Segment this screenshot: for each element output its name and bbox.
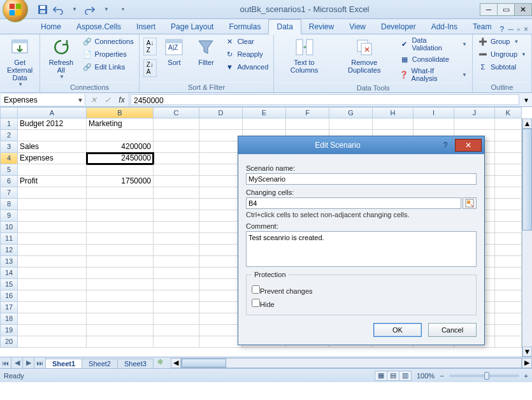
zoom-knob[interactable] (484, 372, 489, 380)
scroll-down-icon[interactable]: ▼ (522, 346, 532, 357)
cell[interactable] (154, 256, 199, 268)
group-button[interactable]: ➕Group▼ (477, 36, 528, 47)
qat-customize[interactable]: ▾ (117, 4, 129, 15)
undo-icon[interactable] (52, 4, 64, 15)
cell[interactable] (495, 302, 522, 313)
zoom-slider[interactable] (449, 375, 519, 377)
cell[interactable] (199, 176, 243, 187)
zoom-out-button[interactable]: − (440, 372, 443, 380)
cell[interactable] (286, 118, 329, 130)
advanced-button[interactable]: ▼Advanced (223, 61, 270, 73)
normal-view-button[interactable]: ▦ (375, 371, 387, 381)
cell[interactable] (87, 222, 154, 233)
col-header-B[interactable]: B (87, 107, 154, 118)
row-header-19[interactable]: 19 (0, 325, 18, 336)
cell[interactable] (154, 130, 199, 141)
cell[interactable] (154, 279, 199, 290)
cell[interactable] (199, 245, 243, 256)
col-header-C[interactable]: C (154, 107, 199, 118)
enter-formula-icon[interactable]: ✓ (101, 96, 115, 104)
undo-dropdown[interactable]: ▼ (69, 4, 80, 15)
cell[interactable] (154, 118, 199, 130)
cell[interactable] (154, 336, 199, 348)
comment-input[interactable] (246, 231, 477, 267)
fx-icon[interactable]: fx (115, 96, 129, 104)
cell[interactable] (154, 313, 199, 325)
cell[interactable] (154, 233, 199, 245)
ungroup-button[interactable]: ➖Ungroup▼ (477, 48, 528, 60)
cell[interactable] (18, 164, 87, 176)
cell[interactable] (199, 141, 243, 153)
row-header-18[interactable]: 18 (0, 313, 18, 325)
cell[interactable] (454, 118, 495, 130)
row-header-15[interactable]: 15 (0, 279, 18, 290)
scenario-name-input[interactable] (246, 173, 477, 185)
minimize-button[interactable]: ─ (480, 3, 498, 16)
next-sheet-button[interactable]: ▶ (23, 357, 34, 368)
cell[interactable] (18, 313, 87, 325)
cell[interactable]: 2450000 (87, 153, 154, 164)
cell[interactable] (495, 256, 522, 268)
save-icon[interactable] (37, 4, 48, 15)
changing-cells-input[interactable] (246, 197, 461, 209)
tab-pagelayout[interactable]: Page Layout (163, 20, 221, 34)
cell[interactable] (495, 176, 522, 187)
sort-asc-button[interactable]: A↓Z (143, 38, 157, 55)
cell[interactable] (199, 279, 243, 290)
cell[interactable] (18, 290, 87, 302)
help-icon[interactable]: ? (500, 25, 505, 34)
cell[interactable] (495, 279, 522, 290)
connections-button[interactable]: 🔗Connections (81, 36, 135, 47)
row-header-9[interactable]: 9 (0, 210, 18, 222)
tab-formulas[interactable]: Formulas (221, 20, 268, 34)
cell[interactable]: Marketing (87, 118, 154, 130)
col-header-I[interactable]: I (413, 107, 454, 118)
chevron-down-icon[interactable]: ▾ (78, 96, 82, 104)
cell[interactable] (199, 210, 243, 222)
cell[interactable] (495, 313, 522, 325)
cell[interactable] (87, 313, 154, 325)
dialog-close-button[interactable]: ✕ (455, 139, 482, 152)
expand-formula-bar[interactable]: ▾ (521, 93, 532, 106)
cell[interactable] (199, 302, 243, 313)
sort-desc-button[interactable]: Z↓A (143, 59, 157, 77)
cell[interactable] (199, 153, 243, 164)
row-header-7[interactable]: 7 (0, 187, 18, 199)
cell[interactable] (87, 279, 154, 290)
cell[interactable] (154, 222, 199, 233)
cell[interactable] (495, 164, 522, 176)
cell[interactable] (87, 268, 154, 279)
cell[interactable]: 1750000 (87, 176, 154, 187)
cell[interactable] (199, 268, 243, 279)
row-header-5[interactable]: 5 (0, 164, 18, 176)
subtotal-button[interactable]: ΣSubtotal (477, 61, 528, 73)
consolidate-button[interactable]: ▦Consolidate (398, 54, 468, 65)
cell[interactable] (18, 325, 87, 336)
cell[interactable] (199, 187, 243, 199)
close-workbook-icon[interactable]: × (524, 25, 528, 34)
scroll-right-icon[interactable]: ▶ (522, 358, 532, 368)
cell[interactable] (18, 279, 87, 290)
cell[interactable] (154, 302, 199, 313)
cell[interactable] (413, 118, 454, 130)
filter-button[interactable]: Filter (191, 36, 220, 68)
tab-developer[interactable]: Developer (373, 20, 424, 34)
zoom-level[interactable]: 100% (417, 372, 435, 380)
cell[interactable]: Budget 2012 (18, 118, 87, 130)
col-header-J[interactable]: J (454, 107, 495, 118)
cell[interactable] (154, 268, 199, 279)
cell[interactable] (87, 290, 154, 302)
tab-insert[interactable]: Insert (129, 20, 163, 34)
get-external-data-button[interactable]: Get External Data ▼ (4, 36, 36, 89)
cell[interactable] (495, 336, 522, 348)
cell[interactable] (154, 199, 199, 210)
name-box[interactable]: Expenses ▾ (1, 94, 85, 105)
cell[interactable] (495, 118, 522, 130)
cell[interactable] (373, 118, 413, 130)
cancel-button[interactable]: Cancel (428, 323, 477, 337)
minimize-ribbon-icon[interactable]: ─ (508, 25, 514, 34)
cell[interactable] (199, 325, 243, 336)
cell[interactable] (199, 336, 243, 348)
cell[interactable] (154, 176, 199, 187)
tab-home[interactable]: Home (33, 20, 69, 34)
